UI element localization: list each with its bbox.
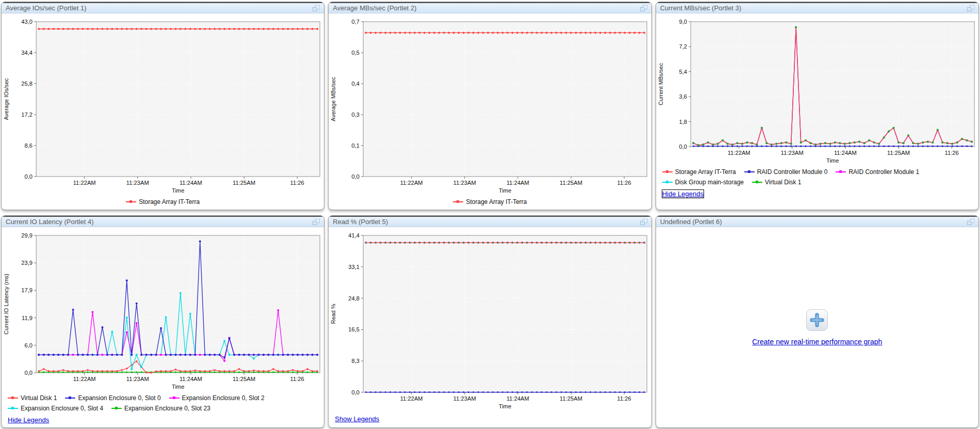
svg-text:11:25AM: 11:25AM: [560, 180, 582, 186]
legend-swatch-icon: [126, 201, 136, 202]
svg-text:0,4: 0,4: [352, 81, 360, 87]
legend-item: Storage Array IT-Terra: [453, 198, 527, 205]
legend-item: Expansion Enclosure 0, Slot 4: [8, 405, 103, 412]
svg-text:11:25AM: 11:25AM: [560, 395, 582, 402]
restore-icon[interactable]: [640, 219, 647, 225]
svg-text:11:26: 11:26: [617, 180, 631, 186]
svg-text:11:23AM: 11:23AM: [780, 150, 803, 156]
svg-text:29,9: 29,9: [21, 232, 32, 239]
svg-text:0,0: 0,0: [352, 173, 360, 180]
svg-text:Current MBs/sec: Current MBs/sec: [658, 63, 664, 105]
svg-text:11:23AM: 11:23AM: [453, 395, 476, 402]
portlet-title: Average IOs/sec (Portlet 1): [6, 4, 87, 12]
show-legends-link[interactable]: Show Legends: [335, 415, 379, 423]
legend-label: Storage Array IT-Terra: [675, 168, 736, 176]
svg-text:5,4: 5,4: [679, 69, 687, 75]
chart-current-io-latency: 29,923,917,911,96,00,011:22AM11:23AM11:2…: [2, 229, 324, 393]
portlet-title: Read % (Portlet 5): [333, 218, 388, 226]
svg-text:41,4: 41,4: [349, 232, 360, 239]
svg-text:11:22AM: 11:22AM: [73, 180, 96, 186]
portlet-title: Current IO Latency (Portlet 4): [6, 218, 94, 226]
legend-label: Expansion Enclosure 0, Slot 0: [78, 394, 160, 402]
legend-swatch-icon: [8, 408, 18, 409]
legend-label: RAID Controller Module 0: [757, 168, 828, 176]
legend-swatch-icon: [752, 182, 762, 183]
svg-text:Average IOs/sec: Average IOs/sec: [3, 78, 9, 120]
svg-text:Time: Time: [826, 157, 839, 164]
legend-item: Virtual Disk 1: [752, 179, 801, 186]
svg-text:1,8: 1,8: [679, 119, 687, 125]
legend-swatch-icon: [8, 398, 18, 399]
svg-text:43,0: 43,0: [21, 19, 32, 25]
portlet-title: Average MBs/sec (Portlet 2): [333, 4, 416, 12]
svg-text:11:22AM: 11:22AM: [727, 150, 750, 156]
portlet-title: Current MBs/sec (Portlet 3): [660, 4, 742, 12]
chart-current-mbs: 9,07,25,43,61,80,011:22AM11:23AM11:24AM1…: [656, 15, 978, 167]
svg-text:0,0: 0,0: [679, 144, 687, 150]
plus-icon[interactable]: [806, 309, 828, 331]
portlet-current-io-latency: Current IO Latency (Portlet 4) 29,923,91…: [1, 215, 324, 428]
svg-text:0,0: 0,0: [25, 173, 33, 180]
svg-text:17,2: 17,2: [21, 112, 32, 118]
portlet-titlebar[interactable]: Undefined (Portlet 6): [656, 216, 978, 227]
restore-icon[interactable]: [967, 5, 974, 11]
svg-text:0,3: 0,3: [352, 112, 360, 118]
portlet-title: Undefined (Portlet 6): [660, 218, 722, 226]
svg-text:11:26: 11:26: [617, 395, 631, 402]
svg-text:11:22AM: 11:22AM: [400, 180, 423, 186]
svg-text:9,0: 9,0: [679, 19, 687, 25]
portlet-titlebar[interactable]: Average IOs/sec (Portlet 1): [2, 2, 324, 13]
legend-label: Disk Group main-storage: [675, 179, 744, 186]
svg-text:11:22AM: 11:22AM: [73, 376, 96, 382]
portlet-titlebar[interactable]: Read % (Portlet 5): [329, 216, 651, 227]
svg-text:11:23AM: 11:23AM: [453, 180, 476, 186]
legend-swatch-icon: [169, 398, 179, 399]
svg-text:11:25AM: 11:25AM: [233, 376, 255, 382]
restore-icon[interactable]: [313, 5, 320, 11]
legend-label: RAID Controller Module 1: [848, 168, 919, 176]
legend-swatch-icon: [662, 182, 673, 183]
restore-icon[interactable]: [313, 219, 320, 225]
legend-item: Virtual Disk 1: [8, 394, 57, 402]
svg-text:17,9: 17,9: [21, 287, 32, 293]
svg-text:Time: Time: [499, 403, 511, 409]
legend-swatch-icon: [662, 171, 673, 172]
chart-legend: Storage Array IT-TerraRAID Controller Mo…: [656, 167, 978, 188]
svg-text:0,1: 0,1: [352, 142, 360, 149]
legend-item: RAID Controller Module 0: [744, 168, 828, 176]
svg-text:11:25AM: 11:25AM: [233, 180, 255, 186]
svg-text:6,0: 6,0: [25, 342, 33, 348]
svg-text:11:23AM: 11:23AM: [126, 180, 149, 186]
hide-legends-link[interactable]: Hide Legends: [8, 416, 49, 424]
portlet-titlebar[interactable]: Average MBs/sec (Portlet 2): [329, 2, 651, 13]
portlet-titlebar[interactable]: Current MBs/sec (Portlet 3): [656, 2, 978, 13]
legend-item: Disk Group main-storage: [662, 179, 744, 186]
hide-legends-link[interactable]: Hide Legends: [662, 190, 704, 198]
svg-text:0,5: 0,5: [352, 50, 360, 56]
svg-text:0,0: 0,0: [352, 389, 360, 395]
restore-icon[interactable]: [967, 219, 974, 225]
svg-text:11,9: 11,9: [22, 315, 32, 321]
svg-text:23,9: 23,9: [21, 260, 32, 266]
legend-item: Expansion Enclosure 0, Slot 0: [65, 394, 160, 402]
svg-text:0,0: 0,0: [25, 370, 33, 376]
chart-legend: Storage Array IT-Terra: [329, 197, 651, 208]
portlet-read-percent: Read % (Portlet 5) 41,433,124,816,58,30,…: [328, 215, 651, 428]
portlet-current-mbs: Current MBs/sec (Portlet 3) 9,07,25,43,6…: [656, 2, 979, 210]
svg-text:11:25AM: 11:25AM: [887, 150, 910, 156]
legend-item: Storage Array IT-Terra: [126, 198, 200, 205]
svg-text:7,2: 7,2: [679, 43, 687, 50]
svg-text:Time: Time: [172, 187, 184, 194]
svg-text:11:26: 11:26: [290, 376, 304, 382]
svg-text:11:24AM: 11:24AM: [507, 395, 529, 402]
legend-swatch-icon: [744, 171, 755, 172]
svg-text:11:24AM: 11:24AM: [179, 180, 202, 186]
legend-label: Expansion Enclosure 0, Slot 2: [182, 394, 265, 402]
svg-text:34,4: 34,4: [21, 50, 32, 56]
restore-icon[interactable]: [640, 5, 647, 11]
svg-text:8,6: 8,6: [25, 142, 33, 149]
portlet-titlebar[interactable]: Current IO Latency (Portlet 4): [2, 216, 324, 227]
create-graph-link[interactable]: Create new real-time performance graph: [752, 338, 882, 346]
legend-item: RAID Controller Module 1: [836, 168, 919, 176]
svg-text:11:24AM: 11:24AM: [179, 376, 202, 382]
